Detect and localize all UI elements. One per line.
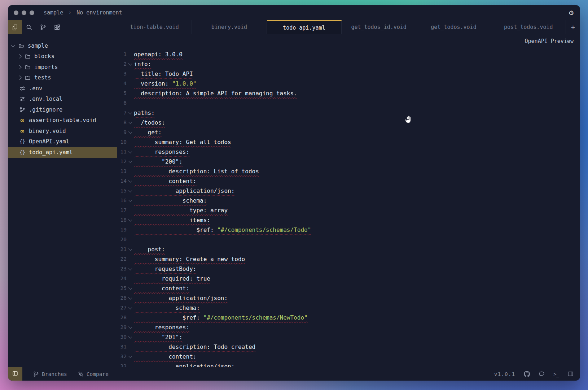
code-text: paths:: [134, 108, 155, 118]
infinity-icon: ∞: [19, 127, 26, 135]
code-line-24: 24 required: true: [117, 274, 580, 283]
code-line-17: 17 type: array: [117, 205, 580, 215]
code-text: schema:: [134, 196, 207, 205]
tree-item-label: todo_api.yaml: [29, 149, 73, 156]
git-branch-icon[interactable]: [36, 20, 50, 34]
tab-todo-api-yaml[interactable]: todo_api.yaml: [267, 20, 342, 34]
tree-item--env[interactable]: .env: [8, 83, 117, 94]
environment-selector[interactable]: No environment: [76, 9, 122, 16]
chevron-right-icon[interactable]: [17, 65, 21, 69]
code-line-3: 3 title: Todo API: [117, 69, 580, 79]
minimize-window-button[interactable]: [22, 10, 26, 15]
code-text: description: Todo created: [134, 342, 255, 352]
folder-open-icon: [18, 43, 25, 49]
code-text: type: array: [134, 205, 228, 215]
chevron-right-icon[interactable]: [17, 76, 21, 80]
status-item-label: Compare: [87, 371, 109, 377]
fold-chevron-icon[interactable]: [127, 108, 134, 118]
sidebar-toggle-button[interactable]: [8, 367, 22, 381]
chevron-right-icon[interactable]: [17, 55, 21, 58]
branches-button[interactable]: Branches: [33, 371, 67, 377]
code-line-26: 26 application/json:: [117, 293, 580, 303]
tree-item-imports[interactable]: imports: [8, 62, 117, 73]
panel-right-icon[interactable]: [567, 371, 574, 377]
tree-item-OpenAPI-yaml[interactable]: {}OpenAPI.yaml: [8, 136, 117, 147]
code-text: $ref: "#/components/schemas/Todo": [134, 225, 311, 235]
fold-chevron-icon[interactable]: [127, 118, 134, 127]
fold-chevron-icon[interactable]: [127, 283, 134, 293]
fold-chevron-icon[interactable]: [127, 176, 134, 186]
maximize-window-button[interactable]: [30, 10, 34, 15]
fold-chevron-icon[interactable]: [127, 147, 134, 157]
fold-chevron-icon[interactable]: [127, 332, 134, 342]
tab-binery-void[interactable]: binery.void: [192, 20, 267, 34]
code-text: responses:: [134, 322, 189, 332]
tab-get-todos-void[interactable]: get_todos.void: [416, 20, 491, 34]
settings-gear-icon[interactable]: ⚙: [569, 9, 574, 17]
tree-item-todo-api-yaml[interactable]: {}todo_api.yaml: [8, 147, 117, 158]
search-icon[interactable]: [22, 20, 36, 34]
line-number: 12: [117, 157, 127, 166]
code-text: application/json:: [134, 186, 234, 196]
chevron-down-icon[interactable]: [11, 43, 15, 47]
fold-chevron-icon[interactable]: [127, 215, 134, 225]
fold-gutter: [127, 69, 134, 79]
new-tab-button[interactable]: +: [566, 20, 580, 34]
line-number: 14: [117, 176, 127, 186]
chat-icon[interactable]: [539, 371, 545, 377]
fold-chevron-icon[interactable]: [127, 157, 134, 166]
fold-chevron-icon[interactable]: [127, 264, 134, 274]
line-number: 32: [117, 352, 127, 361]
close-window-button[interactable]: [14, 10, 18, 15]
fold-chevron-icon[interactable]: [127, 244, 134, 254]
fold-chevron-icon[interactable]: [127, 293, 134, 303]
code-text: summary: Get all todos: [134, 137, 231, 147]
fold-gutter: [127, 98, 134, 108]
tree-item-tests[interactable]: tests: [8, 73, 117, 83]
fold-gutter: [127, 205, 134, 215]
line-number: 15: [117, 186, 127, 196]
fold-gutter: [127, 235, 134, 244]
code-line-13: 13 description: List of todos: [117, 166, 580, 176]
fold-chevron-icon[interactable]: [127, 196, 134, 205]
tree-item-blocks[interactable]: blocks: [8, 51, 117, 62]
fold-chevron-icon[interactable]: [127, 303, 134, 313]
tree-item-assertion-table-void[interactable]: ∞assertion-table.void: [8, 115, 117, 126]
fold-chevron-icon[interactable]: [127, 127, 134, 137]
fold-chevron-icon[interactable]: [127, 322, 134, 332]
files-icon[interactable]: [8, 20, 22, 34]
tree-item--env-local[interactable]: .env.local: [8, 94, 117, 105]
code-line-15: 15 application/json:: [117, 186, 580, 196]
terminal-icon[interactable]: >_: [553, 371, 559, 377]
tree-item-binery-void[interactable]: ∞binery.void: [8, 126, 117, 136]
line-number: 33: [117, 361, 127, 367]
code-line-32: 32 content:: [117, 352, 580, 361]
tree-item-sample[interactable]: sample: [8, 40, 117, 51]
env-icon: [19, 96, 26, 102]
tree-item-label: binery.void: [29, 128, 66, 134]
code-text: "201":: [134, 332, 183, 342]
line-number: 7: [117, 108, 127, 118]
window-controls[interactable]: [14, 10, 34, 15]
fold-chevron-icon[interactable]: [127, 186, 134, 196]
tree-item-label: .env.local: [29, 96, 62, 102]
compare-button[interactable]: Compare: [78, 371, 109, 377]
tab-tion-table-void[interactable]: tion-table.void: [117, 20, 192, 34]
tree-item-label: imports: [34, 64, 58, 70]
code-line-18: 18 items:: [117, 215, 580, 225]
fold-gutter: [127, 361, 134, 367]
code-line-25: 25 content:: [117, 283, 580, 293]
line-number: 8: [117, 118, 127, 127]
fold-gutter: [127, 166, 134, 176]
fold-chevron-icon[interactable]: [127, 59, 134, 69]
tab-get-todos-id-void[interactable]: get_todos_id.void: [342, 20, 416, 34]
blocks-icon[interactable]: [50, 20, 64, 34]
code-editor[interactable]: 1openapi: 3.0.02info:3 title: Todo API4 …: [117, 34, 580, 367]
fold-chevron-icon[interactable]: [127, 352, 134, 361]
tree-item--gitignore[interactable]: .gitignore: [8, 104, 117, 115]
line-number: 19: [117, 225, 127, 235]
github-icon[interactable]: [524, 371, 530, 377]
tab-post-todos-void[interactable]: post_todos.void: [491, 20, 566, 34]
code-line-31: 31 description: Todo created: [117, 342, 580, 352]
project-name[interactable]: sample: [44, 9, 63, 16]
